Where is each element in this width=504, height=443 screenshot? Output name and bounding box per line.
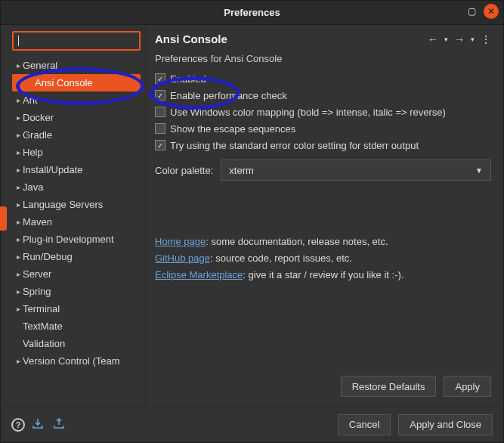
sidebar-item-label: Ansi Console — [35, 77, 93, 88]
sidebar-item-language-servers[interactable]: ▸Language Servers — [12, 196, 141, 213]
checkbox[interactable] — [155, 140, 165, 150]
sidebar-item-gradle[interactable]: ▸Gradle — [12, 126, 141, 144]
dialog-footer: ? Cancel Apply and Close — [1, 406, 503, 442]
option-row: Try using the standard error color setti… — [155, 137, 491, 153]
sidebar-item-label: Language Servers — [23, 199, 103, 210]
expand-arrow-icon: ▸ — [14, 96, 23, 104]
page-title: Ansi Console — [155, 33, 227, 45]
home-link-row: Home page: some documentation, release n… — [155, 234, 491, 250]
restore-defaults-button[interactable]: Restore Defaults — [341, 376, 437, 397]
sidebar-item-label: Gradle — [23, 129, 52, 141]
activity-highlight — [0, 206, 7, 231]
home-link-suffix: : some documentation, release notes, etc… — [206, 236, 388, 247]
option-label: Use Windows color mapping (bold => inten… — [170, 107, 446, 118]
sidebar-item-label: Install/Update — [23, 164, 83, 175]
checkbox[interactable] — [155, 107, 165, 117]
option-row: Show the escape sequences — [155, 120, 491, 137]
page-buttons: Restore Defaults Apply — [341, 376, 491, 397]
content-pane: Ansi Console ← ▾ → ▾ ⋮ Preferences for A… — [146, 25, 503, 406]
apply-and-close-button[interactable]: Apply and Close — [398, 414, 493, 435]
palette-row: Color palette: xterm ▼ — [155, 160, 491, 181]
chevron-down-icon: ▼ — [475, 166, 483, 175]
marketplace-link-suffix: : give it a star / review if you like it… — [243, 269, 404, 280]
expand-arrow-icon: ▸ — [14, 235, 23, 243]
sidebar-item-label: General — [23, 60, 57, 71]
expand-arrow-icon: ▸ — [14, 357, 23, 365]
sidebar-item-maven[interactable]: ▸Maven — [12, 213, 141, 231]
sidebar-item-label: Validation — [23, 338, 65, 349]
import-icon[interactable] — [32, 418, 46, 432]
preferences-tree[interactable]: ▸GeneralAnsi Console▸Ant▸Docker▸Gradle▸H… — [12, 57, 141, 370]
expand-arrow-icon: ▸ — [14, 61, 23, 70]
marketplace-link-row: Eclipse Marketplace: give it a star / re… — [155, 267, 491, 283]
sidebar-item-version-control-team[interactable]: ▸Version Control (Team — [12, 352, 141, 370]
close-button[interactable]: ✕ — [484, 4, 499, 19]
preferences-sidebar: ▸GeneralAnsi Console▸Ant▸Docker▸Gradle▸H… — [8, 25, 146, 406]
github-link-suffix: : source code, report issues, etc. — [210, 252, 352, 264]
dialog-body: ▸GeneralAnsi Console▸Ant▸Docker▸Gradle▸H… — [1, 25, 503, 406]
palette-label: Color palette: — [155, 165, 213, 176]
option-label: Enabled — [170, 73, 206, 85]
option-row: Use Windows color mapping (bold => inten… — [155, 104, 491, 120]
expand-arrow-icon: ▸ — [14, 131, 23, 139]
back-icon[interactable]: ← — [428, 33, 438, 45]
marketplace-link[interactable]: Eclipse Marketplace — [155, 269, 243, 280]
preferences-window: Preferences ▢ ✕ ▸GeneralAnsi Console▸Ant… — [0, 0, 504, 443]
sidebar-item-general[interactable]: ▸General — [12, 57, 141, 74]
sidebar-item-run-debug[interactable]: ▸Run/Debug — [12, 248, 141, 265]
expand-arrow-icon: ▸ — [14, 252, 23, 261]
sidebar-item-terminal[interactable]: ▸Terminal — [12, 300, 141, 318]
sidebar-item-install-update[interactable]: ▸Install/Update — [12, 161, 141, 178]
titlebar: Preferences ▢ ✕ — [1, 1, 503, 25]
forward-icon[interactable]: → — [454, 33, 465, 45]
home-link[interactable]: Home page — [155, 236, 206, 247]
sidebar-item-server[interactable]: ▸Server — [12, 265, 141, 283]
help-icon[interactable]: ? — [11, 418, 25, 432]
palette-value: xterm — [229, 165, 254, 176]
expand-arrow-icon: ▸ — [14, 166, 23, 174]
sidebar-item-label: Terminal — [23, 303, 60, 314]
palette-dropdown[interactable]: xterm ▼ — [221, 160, 491, 181]
search-input-wrap[interactable] — [12, 31, 141, 51]
maximize-button[interactable]: ▢ — [464, 4, 479, 19]
sidebar-item-validation[interactable]: Validation — [12, 335, 141, 352]
search-input[interactable] — [19, 35, 135, 48]
sidebar-item-spring[interactable]: ▸Spring — [12, 283, 141, 300]
window-controls: ▢ ✕ — [464, 4, 499, 19]
sidebar-item-java[interactable]: ▸Java — [12, 178, 141, 196]
apply-button[interactable]: Apply — [444, 376, 491, 397]
back-menu-icon[interactable]: ▾ — [444, 36, 448, 43]
checkbox[interactable] — [155, 90, 165, 101]
expand-arrow-icon: ▸ — [14, 270, 23, 278]
window-title: Preferences — [224, 7, 280, 18]
expand-arrow-icon: ▸ — [14, 148, 23, 156]
menu-icon[interactable]: ⋮ — [481, 33, 491, 45]
footer-buttons: Cancel Apply and Close — [338, 414, 493, 435]
github-link[interactable]: GitHub page — [155, 252, 210, 264]
sidebar-item-label: Plug-in Development — [23, 234, 114, 245]
cancel-button[interactable]: Cancel — [338, 414, 391, 435]
option-label: Try using the standard error color setti… — [170, 140, 419, 151]
content-header: Ansi Console ← ▾ → ▾ ⋮ — [155, 33, 491, 45]
sidebar-item-label: Java — [23, 181, 43, 193]
sidebar-item-ansi-console[interactable]: Ansi Console — [12, 74, 141, 91]
option-row: Enable performance check — [155, 87, 491, 104]
expand-arrow-icon: ▸ — [14, 218, 23, 226]
sidebar-item-plug-in-development[interactable]: ▸Plug-in Development — [12, 231, 141, 248]
checkbox[interactable] — [155, 123, 165, 134]
sidebar-item-help[interactable]: ▸Help — [12, 144, 141, 161]
expand-arrow-icon: ▸ — [14, 113, 23, 122]
sidebar-item-docker[interactable]: ▸Docker — [12, 109, 141, 126]
activity-strip — [1, 25, 8, 406]
expand-arrow-icon: ▸ — [14, 287, 23, 296]
checkbox[interactable] — [155, 73, 165, 84]
sidebar-item-label: Run/Debug — [23, 251, 73, 262]
export-icon[interactable] — [54, 418, 67, 432]
forward-menu-icon[interactable]: ▾ — [471, 36, 475, 43]
option-row: Enabled — [155, 70, 491, 87]
expand-arrow-icon: ▸ — [14, 305, 23, 313]
sidebar-item-textmate[interactable]: TextMate — [12, 318, 141, 335]
sidebar-item-label: Version Control (Team — [23, 355, 120, 367]
sidebar-item-ant[interactable]: ▸Ant — [12, 91, 141, 109]
sidebar-item-label: Maven — [23, 216, 52, 228]
